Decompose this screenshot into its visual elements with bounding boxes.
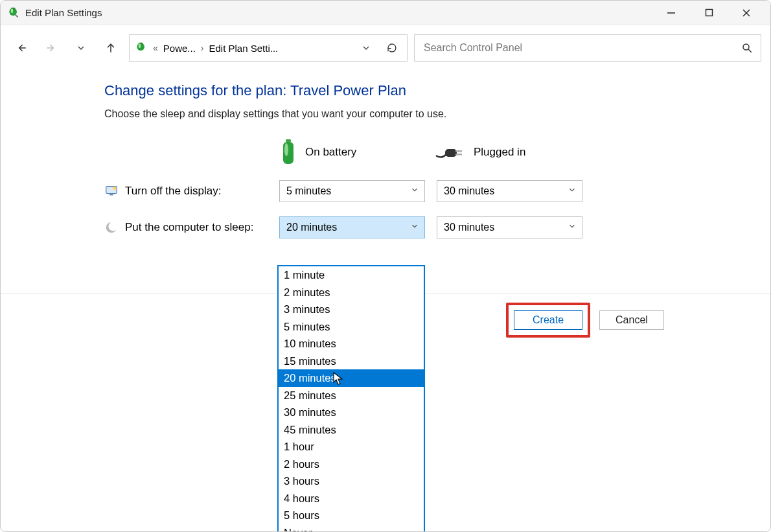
up-button[interactable] (99, 36, 122, 60)
dropdown-item[interactable]: 45 minutes (279, 421, 424, 439)
dropdown-item[interactable]: 1 minute (279, 266, 424, 284)
dropdown-item[interactable]: Never (279, 524, 424, 533)
sleep-battery-select[interactable]: 20 minutes (279, 216, 425, 238)
page-title: Change settings for the plan: Travel Pow… (104, 82, 770, 99)
refresh-button[interactable] (381, 35, 403, 61)
svg-line-14 (748, 49, 752, 52)
chevron-down-icon (410, 185, 419, 197)
dropdown-item[interactable]: 1 hour (279, 438, 424, 456)
dropdown-item[interactable]: 5 hours (279, 507, 424, 524)
content-area: Change settings for the plan: Travel Pow… (1, 71, 770, 246)
window-title: Edit Plan Settings (25, 7, 102, 18)
chevron-down-icon (410, 222, 419, 233)
recent-locations-button[interactable] (69, 36, 93, 60)
svg-rect-16 (283, 142, 293, 164)
create-button[interactable]: Create (514, 310, 582, 330)
app-icon (7, 6, 20, 19)
display-plugged-value: 30 minutes (444, 185, 494, 197)
search-input[interactable] (424, 42, 736, 54)
dropdown-item[interactable]: 2 minutes (279, 284, 424, 301)
column-plugged: Plugged in (435, 144, 584, 161)
dropdown-item[interactable]: 30 minutes (279, 404, 424, 421)
dropdown-item[interactable]: 5 minutes (279, 318, 424, 336)
svg-rect-15 (286, 139, 291, 142)
svg-point-17 (284, 143, 288, 156)
cursor-icon (333, 372, 345, 388)
display-battery-value: 5 minutes (286, 185, 331, 197)
chevron-down-icon (568, 185, 577, 197)
titlebar: Edit Plan Settings (1, 1, 770, 25)
column-headers: On battery Plugged in (104, 132, 770, 173)
chevron-right-icon: › (200, 43, 205, 53)
breadcrumb[interactable]: « Powe... › Edit Plan Setti... (129, 34, 408, 62)
column-plugged-label: Plugged in (474, 146, 525, 159)
page-subtitle: Choose the sleep and display settings th… (104, 108, 770, 120)
svg-point-13 (743, 44, 749, 50)
sleep-plugged-value: 30 minutes (444, 222, 494, 233)
sleep-battery-value: 20 minutes (286, 222, 337, 233)
back-button[interactable] (10, 36, 33, 60)
row-display-text: Turn off the display: (125, 185, 221, 198)
forward-button[interactable] (40, 36, 63, 60)
battery-icon (279, 138, 297, 167)
row-sleep: Put the computer to sleep: 20 minutes 30… (104, 209, 770, 246)
breadcrumb-icon (135, 41, 148, 54)
dropdown-item[interactable]: 4 hours (279, 490, 424, 507)
svg-rect-22 (109, 194, 113, 196)
svg-rect-19 (455, 150, 462, 152)
dropdown-item[interactable]: 3 minutes (279, 301, 424, 318)
svg-rect-4 (706, 10, 712, 16)
svg-point-23 (113, 187, 117, 191)
dropdown-item[interactable]: 25 minutes (279, 387, 424, 404)
moon-icon (104, 220, 119, 235)
dropdown-item[interactable]: 2 hours (279, 456, 424, 473)
svg-point-12 (139, 43, 141, 48)
sleep-plugged-select[interactable]: 30 minutes (437, 216, 582, 238)
row-label-sleep: Put the computer to sleep: (104, 220, 279, 235)
breadcrumb-item-power[interactable]: Powe... (163, 43, 196, 54)
footer-buttons: Create Cancel (506, 303, 664, 338)
monitor-icon (104, 184, 119, 198)
breadcrumb-prefix: « (152, 43, 159, 53)
search-box[interactable] (414, 34, 761, 62)
svg-rect-18 (445, 149, 457, 157)
display-battery-select[interactable]: 5 minutes (279, 180, 425, 202)
row-turn-off-display: Turn off the display: 5 minutes 30 minut… (104, 173, 770, 209)
close-button[interactable] (728, 1, 765, 25)
toolbar: « Powe... › Edit Plan Setti... (1, 25, 770, 71)
minimize-button[interactable] (652, 1, 690, 25)
column-battery: On battery (279, 138, 428, 167)
svg-point-25 (108, 222, 118, 231)
breadcrumb-history-button[interactable] (355, 35, 377, 61)
row-label-display: Turn off the display: (104, 184, 279, 198)
display-plugged-select[interactable]: 30 minutes (437, 180, 582, 202)
dropdown-item[interactable]: 3 hours (279, 472, 424, 490)
sleep-battery-dropdown[interactable]: 1 minute2 minutes3 minutes5 minutes10 mi… (277, 265, 425, 532)
svg-point-2 (11, 8, 13, 13)
maximize-button[interactable] (690, 1, 728, 25)
highlight-box: Create (506, 303, 590, 338)
dropdown-item[interactable]: 15 minutes (279, 353, 424, 370)
plug-icon (435, 144, 466, 161)
row-sleep-text: Put the computer to sleep: (125, 221, 253, 234)
search-icon[interactable] (741, 42, 754, 54)
breadcrumb-item-edit-plan[interactable]: Edit Plan Setti... (209, 43, 279, 54)
dropdown-item[interactable]: 20 minutes (279, 369, 424, 387)
dropdown-item[interactable]: 10 minutes (279, 335, 424, 353)
column-battery-label: On battery (305, 146, 356, 159)
svg-rect-20 (455, 154, 462, 156)
cancel-button[interactable]: Cancel (599, 310, 664, 330)
chevron-down-icon (568, 222, 577, 233)
